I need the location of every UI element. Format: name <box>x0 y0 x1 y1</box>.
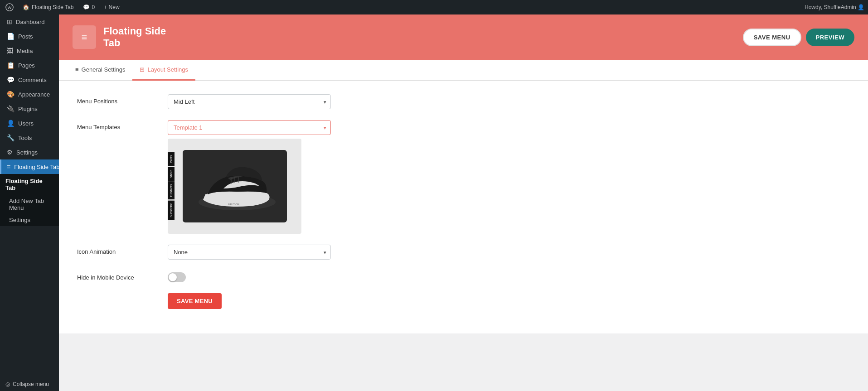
shoe-preview-image: AIR ZOOM <box>183 150 287 222</box>
save-menu-button-bottom[interactable]: SAVE MENU <box>168 293 222 309</box>
plugin-header: ≡ Floating Side Tab SAVE MENU PREVIEW <box>59 14 868 60</box>
site-name-label: Floating Side Tab <box>32 4 74 10</box>
users-icon: 👤 <box>7 120 15 127</box>
comments-item[interactable]: 💬 0 <box>81 4 97 10</box>
sidebar-item-settings[interactable]: ⚙ Settings <box>0 145 59 159</box>
floating-side-tab-icon: ≡ <box>7 163 10 170</box>
site-name-item[interactable]: 🏠 Floating Side Tab <box>21 4 76 10</box>
icon-animation-select-wrapper: None Bounce Spin Pulse ▾ <box>168 245 331 260</box>
sidebar-item-appearance[interactable]: 🎨 Appearance <box>0 87 59 101</box>
menu-positions-row: Menu Positions Mid Left Mid Right Top Le… <box>77 94 850 109</box>
floating-side-tab-submenu: Floating Side Tab Add New Tab Menu Setti… <box>0 174 59 226</box>
hide-mobile-label: Hide in Mobile Device <box>77 270 168 281</box>
menu-templates-row: Menu Templates Template 1 Template 2 Tem… <box>77 120 850 234</box>
sidebar-item-comments[interactable]: 💬 Comments <box>0 72 59 87</box>
sidebar-item-label: Tools <box>18 135 32 141</box>
comments-count: 0 <box>92 4 95 10</box>
icon-animation-row: Icon Animation None Bounce Spin Pulse ▾ <box>77 245 850 260</box>
save-button-spacer <box>77 293 168 297</box>
howdy-text: Howdy, ShuffleAdmin 👤 <box>805 4 864 10</box>
sidebar-item-label: Pages <box>18 62 35 69</box>
hide-mobile-row: Hide in Mobile Device <box>77 270 850 282</box>
general-settings-icon: ≡ <box>75 66 79 73</box>
hide-mobile-toggle-wrapper <box>168 270 331 282</box>
icon-animation-control: None Bounce Spin Pulse ▾ <box>168 245 331 260</box>
sidebar-item-floating-side-tab[interactable]: ≡ Floating Side Tab <box>0 159 59 174</box>
wp-logo-icon: W <box>5 3 14 11</box>
sidebar-item-label: Appearance <box>18 91 50 98</box>
sidebar-item-media[interactable]: 🖼 Media <box>0 43 59 58</box>
new-label: + New <box>104 4 119 10</box>
sidebar-item-label: Media <box>17 48 33 54</box>
tab-general-settings[interactable]: ≡ General Settings <box>68 60 132 81</box>
media-icon: 🖼 <box>7 47 13 54</box>
sidebar-item-label: Floating Side Tab <box>14 164 59 170</box>
icon-animation-select[interactable]: None Bounce Spin Pulse <box>168 245 331 260</box>
sidebar-item-plugins[interactable]: 🔌 Plugins <box>0 101 59 116</box>
new-item[interactable]: + New <box>102 4 121 10</box>
sidebar-item-posts[interactable]: 📄 Posts <box>0 29 59 43</box>
sidebar-item-users[interactable]: 👤 Users <box>0 116 59 130</box>
settings-content: Menu Positions Mid Left Mid Right Top Le… <box>59 81 868 333</box>
menu-positions-control: Mid Left Mid Right Top Left Top Right Bo… <box>168 94 331 109</box>
submenu-add-new[interactable]: Add New Tab Menu <box>0 195 59 214</box>
preview-tab-products: Products <box>168 182 175 200</box>
menu-positions-select[interactable]: Mid Left Mid Right Top Left Top Right Bo… <box>168 94 331 109</box>
collapse-icon: ◎ <box>5 381 10 387</box>
save-button-control: SAVE MENU <box>168 293 331 309</box>
sidebar-item-label: Comments <box>18 77 47 83</box>
sidebar-item-pages[interactable]: 📋 Pages <box>0 58 59 72</box>
admin-bar: W 🏠 Floating Side Tab 💬 0 + New Howdy, S… <box>0 0 868 14</box>
menu-templates-select[interactable]: Template 1 Template 2 Template 3 <box>168 120 331 135</box>
template-preview: Posts Share Products Subscribe <box>168 139 301 234</box>
sidebar-item-label: Posts <box>18 33 33 40</box>
sidebar-item-label: Users <box>18 120 34 127</box>
toggle-knob <box>169 273 177 281</box>
save-button-row: SAVE MENU <box>77 293 850 309</box>
preview-side-tabs: Posts Share Products Subscribe <box>168 153 175 220</box>
plugins-icon: 🔌 <box>7 105 15 112</box>
sidebar-item-tools[interactable]: 🔧 Tools <box>0 130 59 145</box>
plugin-header-right: SAVE MENU PREVIEW <box>743 29 854 46</box>
menu-templates-label: Menu Templates <box>77 120 168 130</box>
save-menu-button-top[interactable]: SAVE MENU <box>743 29 801 46</box>
layout-settings-icon: ⊞ <box>140 66 145 73</box>
settings-icon: ⚙ <box>7 149 13 156</box>
icon-animation-label: Icon Animation <box>77 245 168 255</box>
tabs-bar: ≡ General Settings ⊞ Layout Settings <box>59 60 868 81</box>
hide-mobile-toggle[interactable] <box>168 272 186 282</box>
plugin-header-left: ≡ Floating Side Tab <box>73 25 166 49</box>
comments-icon: 💬 <box>7 76 15 83</box>
submenu-header: Floating Side Tab <box>0 174 59 195</box>
tab-label: General Settings <box>82 66 126 73</box>
pages-icon: 📋 <box>7 62 15 69</box>
appearance-icon: 🎨 <box>7 91 15 98</box>
dashboard-icon: ⊞ <box>7 18 12 25</box>
wp-logo-item[interactable]: W <box>4 3 15 11</box>
plugin-icon: ≡ <box>82 31 87 43</box>
sidebar: ⊞ Dashboard 📄 Posts 🖼 Media 📋 Pages 💬 Co… <box>0 14 59 391</box>
menu-templates-select-wrapper: Template 1 Template 2 Template 3 ▾ <box>168 120 331 135</box>
posts-icon: 📄 <box>7 33 15 40</box>
comments-icon: 💬 <box>83 4 90 10</box>
tab-layout-settings[interactable]: ⊞ Layout Settings <box>132 60 195 81</box>
home-icon: 🏠 <box>23 4 29 10</box>
menu-positions-select-wrapper: Mid Left Mid Right Top Left Top Right Bo… <box>168 94 331 109</box>
shoe-svg: AIR ZOOM <box>189 154 280 218</box>
preview-tab-posts: Posts <box>168 153 175 166</box>
sidebar-item-dashboard[interactable]: ⊞ Dashboard <box>0 14 59 29</box>
preview-tab-share: Share <box>168 167 175 181</box>
collapse-label: Collapse menu <box>13 381 49 387</box>
submenu-settings[interactable]: Settings <box>0 214 59 226</box>
plugin-icon-box: ≡ <box>73 25 96 49</box>
preview-tab-subscribe: Subscribe <box>168 200 175 220</box>
collapse-menu-button[interactable]: ◎ Collapse menu <box>0 377 59 391</box>
svg-text:W: W <box>8 5 12 10</box>
svg-text:AIR ZOOM: AIR ZOOM <box>228 203 239 206</box>
preview-button[interactable]: PREVIEW <box>806 29 854 46</box>
sidebar-item-label: Plugins <box>18 106 38 112</box>
sidebar-item-label: Settings <box>16 149 38 156</box>
sidebar-item-label: Dashboard <box>16 19 45 25</box>
plugin-title: Floating Side Tab <box>103 25 166 49</box>
content-area: ≡ Floating Side Tab SAVE MENU PREVIEW ≡ … <box>59 14 868 391</box>
